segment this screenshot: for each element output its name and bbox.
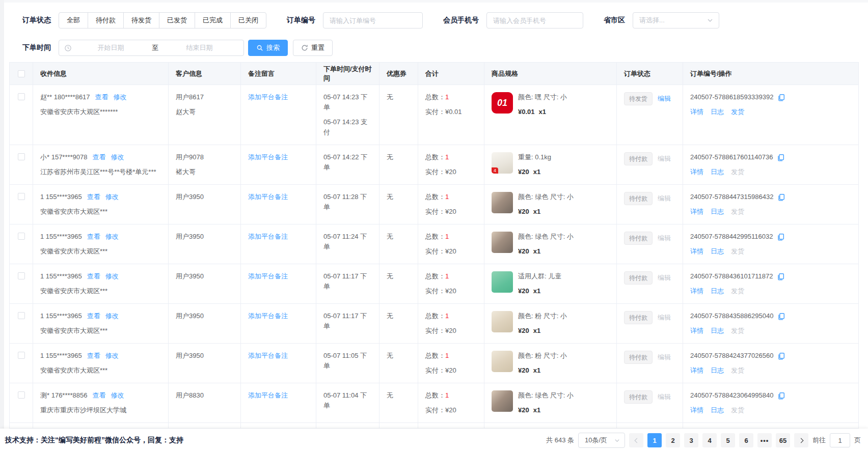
detail-link[interactable]: 详情	[690, 207, 703, 217]
view-link[interactable]: 查看	[87, 272, 100, 280]
add-remark-link[interactable]: 添加平台备注	[248, 193, 288, 201]
reset-button[interactable]: 重置	[293, 40, 333, 56]
row-checkbox[interactable]	[18, 352, 25, 359]
page-button-5[interactable]: 5	[721, 433, 735, 447]
row-checkbox[interactable]	[18, 153, 25, 160]
search-button[interactable]: 搜索	[248, 40, 288, 56]
page-button-4[interactable]: 4	[702, 433, 717, 447]
edit-link[interactable]: 编辑	[658, 152, 671, 165]
log-link[interactable]: 日志	[711, 286, 724, 296]
row-checkbox[interactable]	[18, 272, 25, 279]
copy-icon[interactable]	[777, 392, 785, 400]
next-page-button[interactable]	[794, 433, 808, 447]
ship-link[interactable]: 发货	[731, 405, 744, 415]
modify-link[interactable]: 修改	[111, 391, 124, 399]
ship-link[interactable]: 发货	[731, 326, 744, 336]
ship-link[interactable]: 发货	[731, 286, 744, 296]
log-link[interactable]: 日志	[711, 207, 724, 217]
row-checkbox[interactable]	[18, 193, 25, 200]
edit-link[interactable]: 编辑	[658, 390, 671, 404]
modify-link[interactable]: 修改	[105, 193, 119, 201]
status-tab-closed[interactable]: 已关闭	[230, 12, 266, 29]
status-tab-all[interactable]: 全部	[59, 12, 88, 29]
view-link[interactable]: 查看	[95, 93, 108, 101]
edit-link[interactable]: 编辑	[658, 92, 671, 105]
edit-link[interactable]: 编辑	[658, 351, 671, 364]
detail-link[interactable]: 详情	[690, 365, 703, 376]
log-link[interactable]: 日志	[711, 167, 724, 177]
region-select[interactable]: 请选择...	[633, 12, 719, 29]
log-link[interactable]: 日志	[711, 246, 724, 257]
log-link[interactable]: 日志	[711, 365, 724, 376]
modify-link[interactable]: 修改	[105, 272, 119, 280]
log-link[interactable]: 日志	[711, 405, 724, 415]
header-total: 合计	[418, 63, 484, 84]
goto-page-input[interactable]	[830, 433, 850, 447]
copy-icon[interactable]	[777, 193, 785, 201]
copy-icon[interactable]	[777, 154, 784, 161]
page-button-2[interactable]: 2	[666, 433, 680, 447]
row-checkbox[interactable]	[18, 391, 25, 399]
more-pages-button[interactable]: •••	[757, 433, 772, 447]
date-range-picker[interactable]: 开始日期 至 结束日期	[59, 40, 244, 56]
copy-icon[interactable]	[777, 94, 785, 101]
detail-link[interactable]: 详情	[690, 246, 703, 257]
edit-link[interactable]: 编辑	[658, 271, 671, 285]
modify-link[interactable]: 修改	[105, 312, 119, 320]
ship-link[interactable]: 发货	[731, 107, 744, 117]
modify-link[interactable]: 修改	[111, 153, 124, 161]
add-remark-link[interactable]: 添加平台备注	[248, 153, 288, 161]
status-badge: 待付款	[624, 232, 653, 245]
copy-icon[interactable]	[777, 273, 784, 280]
row-checkbox[interactable]	[18, 312, 25, 319]
add-remark-link[interactable]: 添加平台备注	[248, 352, 288, 359]
edit-link[interactable]: 编辑	[658, 311, 671, 324]
view-link[interactable]: 查看	[87, 352, 100, 359]
view-link[interactable]: 查看	[93, 391, 106, 399]
status-tab-completed[interactable]: 已完成	[195, 12, 231, 29]
order-number-input[interactable]	[323, 12, 423, 29]
copy-icon[interactable]	[777, 352, 785, 360]
add-remark-link[interactable]: 添加平台备注	[248, 272, 288, 280]
view-link[interactable]: 查看	[87, 233, 100, 240]
page-button-1[interactable]: 1	[647, 433, 662, 447]
page-button-3[interactable]: 3	[684, 433, 698, 447]
detail-link[interactable]: 详情	[690, 326, 703, 336]
add-remark-link[interactable]: 添加平台备注	[248, 93, 288, 101]
ship-link[interactable]: 发货	[731, 167, 744, 177]
ship-link[interactable]: 发货	[731, 207, 744, 217]
edit-link[interactable]: 编辑	[658, 232, 671, 245]
prev-page-button[interactable]	[629, 433, 643, 447]
status-tab-pending-payment[interactable]: 待付款	[88, 12, 124, 29]
goto-suffix: 页	[854, 436, 861, 445]
row-checkbox[interactable]	[18, 233, 25, 240]
edit-link[interactable]: 编辑	[658, 192, 671, 205]
view-link[interactable]: 查看	[87, 312, 100, 320]
page-button-6[interactable]: 6	[739, 433, 753, 447]
member-phone-input[interactable]	[486, 12, 583, 29]
page-size-select[interactable]: 10条/页	[578, 433, 625, 448]
status-tab-pending-shipment[interactable]: 待发货	[123, 12, 159, 29]
detail-link[interactable]: 详情	[690, 405, 703, 415]
detail-link[interactable]: 详情	[690, 167, 703, 177]
modify-link[interactable]: 修改	[105, 352, 119, 359]
modify-link[interactable]: 修改	[105, 233, 119, 240]
view-link[interactable]: 查看	[87, 193, 100, 201]
copy-icon[interactable]	[777, 313, 785, 320]
page-button-last[interactable]: 65	[776, 433, 790, 447]
view-link[interactable]: 查看	[93, 153, 106, 161]
log-link[interactable]: 日志	[711, 326, 724, 336]
detail-link[interactable]: 详情	[690, 107, 703, 117]
add-remark-link[interactable]: 添加平台备注	[248, 391, 288, 399]
ship-link[interactable]: 发货	[731, 365, 744, 376]
modify-link[interactable]: 修改	[114, 93, 127, 101]
select-all-checkbox[interactable]	[18, 70, 25, 77]
ship-link[interactable]: 发货	[731, 246, 744, 257]
add-remark-link[interactable]: 添加平台备注	[248, 233, 288, 240]
row-checkbox[interactable]	[18, 93, 25, 100]
copy-icon[interactable]	[777, 233, 784, 241]
detail-link[interactable]: 详情	[690, 286, 703, 296]
log-link[interactable]: 日志	[711, 107, 724, 117]
status-tab-shipped[interactable]: 已发货	[159, 12, 195, 29]
add-remark-link[interactable]: 添加平台备注	[248, 312, 288, 320]
